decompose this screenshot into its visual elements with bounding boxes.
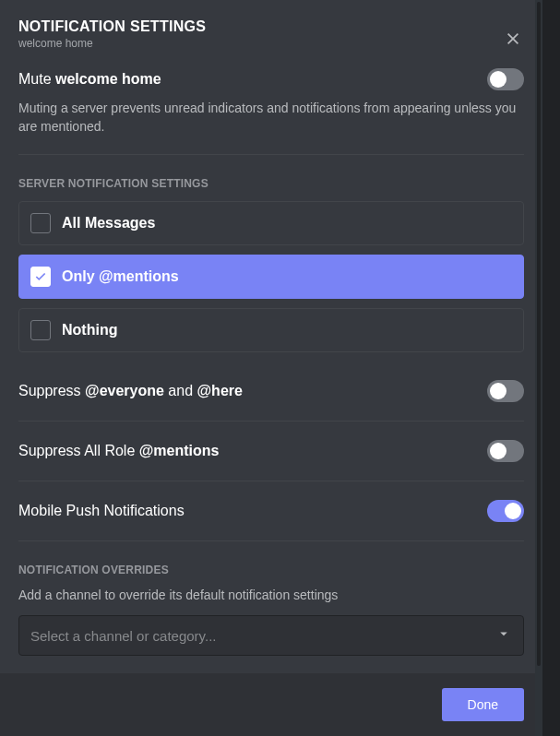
modal-title: NOTIFICATION SETTINGS bbox=[18, 18, 524, 35]
option-label: Nothing bbox=[62, 322, 117, 338]
modal-header: NOTIFICATION SETTINGS welcome home bbox=[18, 18, 524, 50]
overrides-heading: NOTIFICATION OVERRIDES bbox=[18, 564, 524, 576]
toggle-knob bbox=[505, 503, 521, 519]
scrollbar-thumb[interactable] bbox=[537, 2, 541, 666]
option-nothing[interactable]: Nothing bbox=[18, 308, 524, 352]
mute-server-toggle[interactable] bbox=[487, 68, 524, 90]
suppress-everyone-toggle[interactable] bbox=[487, 380, 524, 402]
mute-server-label: Mute welcome home bbox=[18, 71, 161, 88]
option-label: All Messages bbox=[62, 215, 155, 231]
select-placeholder: Select a channel or category... bbox=[30, 628, 217, 644]
notification-settings-modal: NOTIFICATION SETTINGS welcome home Mute … bbox=[0, 0, 542, 736]
divider bbox=[18, 154, 524, 155]
close-icon bbox=[505, 30, 521, 47]
checkbox-icon bbox=[30, 320, 51, 340]
suppress-everyone-row: Suppress @everyone and @here bbox=[18, 362, 524, 421]
toggle-knob bbox=[490, 71, 506, 88]
divider bbox=[18, 540, 524, 541]
done-button[interactable]: Done bbox=[442, 688, 524, 721]
checkbox-icon bbox=[30, 267, 51, 287]
mobile-push-label: Mobile Push Notifications bbox=[18, 503, 185, 519]
option-only-mentions[interactable]: Only @mentions bbox=[18, 255, 524, 299]
mute-server-row: Mute welcome home bbox=[18, 68, 524, 94]
modal-footer: Done bbox=[0, 673, 542, 736]
mobile-push-toggle[interactable] bbox=[487, 500, 524, 522]
close-button[interactable] bbox=[502, 28, 524, 50]
checkbox-icon bbox=[30, 213, 51, 233]
overrides-description: Add a channel to override its default no… bbox=[18, 588, 524, 602]
scrollbar-track[interactable] bbox=[535, 0, 542, 736]
modal-subtitle: welcome home bbox=[18, 37, 524, 50]
option-all-messages[interactable]: All Messages bbox=[18, 201, 524, 245]
chevron-down-icon bbox=[495, 625, 512, 646]
suppress-roles-row: Suppress All Role @mentions bbox=[18, 421, 524, 481]
suppress-roles-label: Suppress All Role @mentions bbox=[18, 443, 219, 459]
suppress-roles-toggle[interactable] bbox=[487, 440, 524, 462]
mobile-push-row: Mobile Push Notifications bbox=[18, 481, 524, 540]
modal-content: NOTIFICATION SETTINGS welcome home Mute … bbox=[0, 0, 542, 673]
option-label: Only @mentions bbox=[62, 268, 179, 285]
toggle-knob bbox=[490, 443, 506, 459]
suppress-everyone-label: Suppress @everyone and @here bbox=[18, 383, 243, 399]
channel-select[interactable]: Select a channel or category... bbox=[18, 615, 524, 656]
server-notification-heading: SERVER NOTIFICATION SETTINGS bbox=[18, 177, 524, 190]
mute-helper-text: Muting a server prevents unread indicato… bbox=[18, 100, 524, 136]
toggle-knob bbox=[490, 383, 506, 399]
